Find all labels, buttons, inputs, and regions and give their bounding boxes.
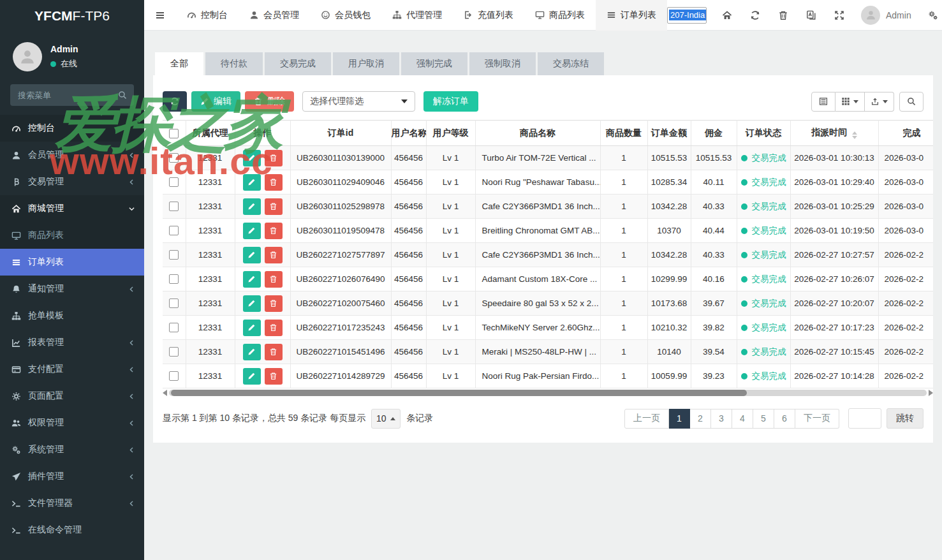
unfreeze-order-button[interactable]: 解冻订单	[423, 91, 478, 112]
edit-button[interactable]: 编辑	[191, 91, 240, 112]
sidebar-item-system-mgmt[interactable]: 系统管理	[0, 436, 144, 463]
topnav-item-order-list[interactable]: 订单列表	[596, 0, 667, 31]
row-edit-button[interactable]	[243, 320, 261, 336]
jump-button[interactable]: 跳转	[887, 408, 924, 429]
row-edit-button[interactable]	[243, 150, 261, 166]
topnav-item-member-mgmt[interactable]: 会员管理	[239, 0, 310, 31]
page-button-4[interactable]: 4	[732, 409, 753, 429]
refresh-table-button[interactable]	[163, 91, 187, 112]
row-checkbox[interactable]	[169, 250, 179, 260]
row-checkbox[interactable]	[169, 371, 179, 381]
tab-trade-frozen[interactable]: 交易冻结	[538, 52, 604, 75]
translate-button[interactable]	[797, 10, 825, 20]
agent-filter-select[interactable]: 选择代理筛选	[302, 91, 415, 112]
user-menu[interactable]: Admin	[853, 6, 919, 25]
next-page-button[interactable]: 下一页	[795, 409, 839, 429]
sidebar-item-report-mgmt[interactable]: 报表管理	[0, 329, 144, 356]
topnav-item-goods-list[interactable]: 商品列表	[524, 0, 596, 31]
sidebar-item-plugin-mgmt[interactable]: 插件管理	[0, 463, 144, 490]
prev-page-button[interactable]: 上一页	[624, 409, 669, 429]
home-button[interactable]	[713, 10, 741, 20]
columns-button[interactable]	[835, 92, 865, 112]
tab-force-complete[interactable]: 强制完成	[401, 52, 467, 75]
topnav-menu: 控制台会员管理会员钱包代理管理充值列表商品列表订单列表	[176, 0, 667, 31]
select-all-checkbox[interactable]	[169, 129, 179, 138]
sidebar-item-mall-mgmt[interactable]: 商城管理	[0, 195, 144, 222]
row-delete-button[interactable]	[265, 295, 283, 312]
page-button-2[interactable]: 2	[690, 409, 711, 429]
export-button[interactable]	[865, 92, 894, 112]
row-checkbox[interactable]	[169, 323, 179, 332]
search-toggle-button[interactable]	[899, 92, 924, 112]
row-checkbox[interactable]	[169, 153, 179, 163]
col-assign-time[interactable]: 指派时间	[790, 121, 878, 146]
fullscreen-button[interactable]	[825, 10, 853, 20]
row-delete-button[interactable]	[265, 368, 283, 385]
row-checkbox[interactable]	[169, 347, 179, 357]
scroll-right-arrow[interactable]	[929, 390, 933, 396]
scroll-left-arrow[interactable]	[163, 390, 167, 396]
row-delete-button[interactable]	[265, 247, 283, 263]
row-checkbox[interactable]	[169, 226, 179, 235]
row-edit-button[interactable]	[243, 223, 261, 239]
sidebar-item-payment-config[interactable]: 支付配置	[0, 356, 144, 383]
sidebar-item-online-command[interactable]: 在线命令管理	[0, 517, 144, 543]
row-delete-button[interactable]	[265, 223, 283, 239]
delete-button[interactable]: 删除	[245, 91, 294, 112]
scrollbar-thumb[interactable]	[171, 390, 747, 396]
row-edit-button[interactable]	[243, 198, 261, 215]
cell-commission: 40.33	[691, 195, 737, 219]
row-checkbox[interactable]	[169, 177, 179, 187]
row-delete-button[interactable]	[265, 344, 283, 360]
page-button-3[interactable]: 3	[711, 409, 732, 429]
sidebar-item-page-config[interactable]: 页面配置	[0, 383, 144, 409]
row-checkbox[interactable]	[169, 202, 179, 211]
sidebar-item-permission-mgmt[interactable]: 权限管理	[0, 409, 144, 436]
sidebar-item-order-list[interactable]: 订单列表	[0, 249, 144, 276]
row-delete-button[interactable]	[265, 271, 283, 288]
clear-cache-button[interactable]	[769, 10, 797, 20]
settings-button[interactable]	[919, 10, 942, 20]
sidebar-search-input[interactable]	[10, 84, 134, 106]
page-button-1[interactable]: 1	[669, 409, 690, 429]
sidebar-item-trade-mgmt[interactable]: 交易管理	[0, 168, 144, 195]
page-size-select[interactable]: 10	[371, 409, 401, 429]
sidebar-toggle-button[interactable]	[144, 10, 176, 20]
row-edit-button[interactable]	[243, 174, 261, 191]
tab-trade-complete[interactable]: 交易完成	[265, 52, 331, 75]
sidebar-item-grab-template[interactable]: 抢单模板	[0, 302, 144, 329]
col-finish-time: 完成	[878, 121, 933, 146]
tab-pending-payment[interactable]: 待付款	[205, 52, 263, 75]
tab-force-cancel[interactable]: 强制取消	[469, 52, 536, 75]
detail-view-button[interactable]	[811, 92, 835, 112]
row-edit-button[interactable]	[243, 271, 261, 288]
sidebar-item-console[interactable]: 控制台	[0, 115, 144, 142]
row-checkbox[interactable]	[169, 274, 179, 284]
tab-all[interactable]: 全部	[155, 52, 203, 75]
row-edit-button[interactable]	[243, 344, 261, 360]
page-button-5[interactable]: 5	[753, 409, 774, 429]
row-edit-button[interactable]	[243, 368, 261, 385]
topnav-search-input[interactable]: 207-India	[667, 7, 707, 24]
row-edit-button[interactable]	[243, 247, 261, 263]
cell-order-id: UB2602271020075460	[290, 291, 391, 316]
scrollbar-track[interactable]	[169, 390, 927, 396]
sidebar-item-notice-mgmt[interactable]: 通知管理	[0, 276, 144, 302]
jump-page-input[interactable]	[848, 408, 881, 429]
topnav-item-member-wallet[interactable]: 会员钱包	[310, 0, 381, 31]
refresh-button[interactable]	[741, 10, 769, 20]
topnav-item-console[interactable]: 控制台	[176, 0, 239, 31]
tab-user-cancel[interactable]: 用户取消	[333, 52, 399, 75]
sidebar-item-member-mgmt[interactable]: 会员管理	[0, 142, 144, 168]
page-button-6[interactable]: 6	[774, 409, 795, 429]
topnav-item-agent-mgmt[interactable]: 代理管理	[381, 0, 453, 31]
row-delete-button[interactable]	[265, 174, 283, 191]
topnav-item-recharge-list[interactable]: 充值列表	[453, 0, 524, 31]
row-delete-button[interactable]	[265, 150, 283, 166]
row-delete-button[interactable]	[265, 320, 283, 336]
sidebar-item-file-manager[interactable]: 文件管理器	[0, 490, 144, 517]
row-delete-button[interactable]	[265, 198, 283, 215]
sidebar-item-goods-list[interactable]: 商品列表	[0, 222, 144, 249]
row-checkbox[interactable]	[169, 298, 179, 308]
row-edit-button[interactable]	[243, 295, 261, 312]
